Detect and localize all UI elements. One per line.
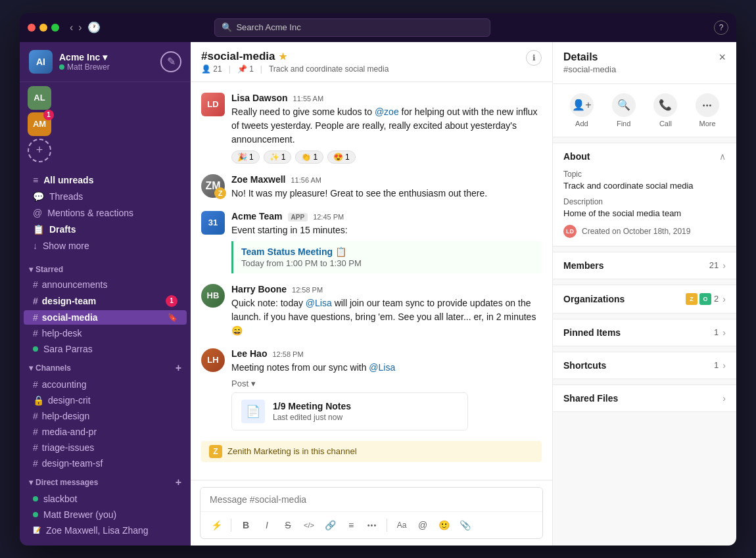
hash-icon: # bbox=[33, 379, 38, 390]
toolbar-emoji-button[interactable]: 🙂 bbox=[435, 516, 453, 534]
channel-item-announcements[interactable]: # announcements bbox=[24, 277, 187, 292]
section-starred[interactable]: ▾ Starred bbox=[20, 260, 191, 277]
channel-item-accounting[interactable]: # accounting bbox=[24, 377, 187, 392]
close-button[interactable] bbox=[28, 24, 35, 32]
sidebar-item-mentions[interactable]: @ Mentions & reactions bbox=[24, 205, 187, 221]
mention-zoe[interactable]: @zoe bbox=[375, 106, 399, 117]
message-lisa: LD Lisa Dawson 11:55 AM Really need to g… bbox=[201, 93, 542, 164]
reaction-party[interactable]: 🎉 1 bbox=[231, 151, 260, 164]
sidebar-item-all-unreads[interactable]: ≡ All unreads bbox=[24, 172, 187, 188]
toolbar-more-button[interactable]: ••• bbox=[363, 516, 381, 534]
hash-icon: # bbox=[33, 296, 38, 306]
reaction-heart-eyes[interactable]: 😍 1 bbox=[327, 151, 356, 164]
dm-item-matt-brewer[interactable]: Matt Brewer (you) bbox=[24, 507, 187, 522]
toolbar-link-button[interactable]: 🔗 bbox=[321, 516, 339, 534]
channel-item-help-desk[interactable]: # help-desk bbox=[24, 326, 187, 340]
toolbar-lightning-button[interactable]: ⚡ bbox=[207, 516, 225, 534]
app-window: ‹ › 🕐 🔍 Search Acme Inc ? AI Acme Inc ▾ bbox=[20, 13, 736, 546]
channel-item-media-and-pr[interactable]: # media-and-pr bbox=[24, 425, 187, 439]
channel-item-design-team[interactable]: # design-team 1 bbox=[24, 293, 187, 309]
post-action[interactable]: Post ▾ bbox=[231, 379, 542, 388]
drafts-icon: 📋 bbox=[33, 224, 44, 235]
sidebar-item-drafts[interactable]: 📋 Drafts bbox=[24, 221, 187, 237]
action-call[interactable]: 📞 Call bbox=[648, 93, 684, 128]
toolbar-mention-button[interactable]: @ bbox=[413, 516, 432, 534]
mention-lisa2[interactable]: @Lisa bbox=[369, 362, 395, 373]
avatar-al[interactable]: AL bbox=[28, 86, 51, 110]
info-button[interactable]: ℹ bbox=[526, 50, 542, 66]
dm-item-sara-parras[interactable]: Sara Parras bbox=[24, 342, 187, 356]
avatar-am[interactable]: AM 1 bbox=[28, 112, 51, 136]
toolbar-bold-button[interactable]: B bbox=[237, 516, 255, 534]
away-status-icon: 📝 bbox=[33, 526, 41, 534]
shared-files-row[interactable]: Shared Files › bbox=[553, 385, 736, 411]
msg-author: Lee Hao bbox=[231, 348, 267, 359]
sidebar-item-show-more[interactable]: ↓ Show more bbox=[24, 238, 187, 254]
shortcuts-row[interactable]: Shortcuts 1 › bbox=[553, 352, 736, 379]
post-card[interactable]: 📄 1/9 Meeting Notes Last edited just now bbox=[231, 392, 468, 430]
details-actions: 👤+ Add 🔍 Find 📞 Call ••• More bbox=[553, 84, 736, 137]
sidebar: AI Acme Inc ▾ Matt Brewer ✎ AL A bbox=[20, 42, 191, 546]
toolbar-attach-button[interactable]: 📎 bbox=[456, 516, 474, 534]
channel-item-triage-issues[interactable]: # triage-issues bbox=[24, 440, 187, 455]
minimize-button[interactable] bbox=[39, 24, 47, 32]
forward-button[interactable]: › bbox=[78, 21, 82, 34]
close-details-button[interactable]: × bbox=[719, 51, 726, 63]
workspace-user: Matt Brewer bbox=[59, 62, 154, 72]
sidebar-item-threads[interactable]: 💬 Threads bbox=[24, 189, 187, 204]
pinned-items-row[interactable]: Pinned Items 1 › bbox=[553, 319, 736, 346]
channel-item-help-design[interactable]: # help-design bbox=[24, 409, 187, 423]
help-button[interactable]: ? bbox=[714, 20, 728, 35]
details-title: Details bbox=[563, 51, 719, 63]
dm-item-zoe-lisa[interactable]: 📝 Zoe Maxwell, Lisa Zhang bbox=[24, 523, 187, 538]
sidebar-extra-avatars: AL AM 1 + bbox=[20, 82, 191, 166]
workspace-header: AI Acme Inc ▾ Matt Brewer ✎ bbox=[20, 42, 191, 82]
hash-icon: # bbox=[33, 442, 38, 453]
section-dm[interactable]: ▾ Direct messages + bbox=[20, 471, 191, 491]
message-input[interactable] bbox=[201, 488, 542, 511]
organizations-section: Organizations Z O 2 › bbox=[553, 285, 736, 314]
channels-chevron: ▾ bbox=[29, 363, 33, 373]
messages-area[interactable]: LD Lisa Dawson 11:55 AM Really need to g… bbox=[191, 82, 552, 480]
about-header[interactable]: About ∧ bbox=[553, 143, 736, 170]
star-icon[interactable]: ★ bbox=[279, 51, 287, 62]
toolbar-strikethrough-button[interactable]: S bbox=[279, 516, 297, 534]
title-bar: ‹ › 🕐 🔍 Search Acme Inc ? bbox=[20, 13, 736, 42]
mentions-icon: @ bbox=[33, 208, 42, 218]
toolbar-list-button[interactable]: ≡ bbox=[342, 516, 360, 534]
dm-item-slackbot[interactable]: slackbot bbox=[24, 492, 187, 506]
action-find[interactable]: 🔍 Find bbox=[605, 93, 642, 128]
reaction-sparkle[interactable]: ✨ 1 bbox=[264, 151, 292, 164]
maximize-button[interactable] bbox=[51, 24, 59, 32]
add-workspace-button[interactable]: + bbox=[28, 139, 51, 162]
details-header: Details #social-media × bbox=[553, 42, 736, 84]
back-button[interactable]: ‹ bbox=[70, 21, 73, 34]
toolbar-font-button[interactable]: Aa bbox=[392, 516, 411, 534]
zenith-banner: Z Zenith Marketing is in this channel bbox=[201, 441, 542, 462]
online-status-dot bbox=[33, 496, 38, 501]
toolbar-separator bbox=[387, 519, 387, 532]
channel-item-design-crit[interactable]: 🔒 design-crit bbox=[24, 393, 187, 407]
section-channels[interactable]: ▾ Channels + bbox=[20, 357, 191, 377]
history-button[interactable]: 🕐 bbox=[87, 21, 101, 34]
zoe-badge: Z bbox=[214, 187, 226, 199]
action-more[interactable]: ••• More bbox=[689, 93, 726, 128]
event-title[interactable]: Team Status Meeting 📋 bbox=[241, 246, 534, 257]
organizations-row[interactable]: Organizations Z O 2 › bbox=[553, 285, 736, 313]
action-add[interactable]: 👤+ Add bbox=[563, 93, 600, 128]
add-channel-button[interactable]: + bbox=[176, 362, 181, 374]
members-row[interactable]: Members 21 › bbox=[553, 252, 736, 279]
toolbar-italic-button[interactable]: I bbox=[258, 516, 276, 534]
channel-item-design-team-sf[interactable]: # design-team-sf bbox=[24, 456, 187, 471]
toolbar-code-button[interactable]: </> bbox=[300, 516, 318, 534]
add-dm-button[interactable]: + bbox=[176, 477, 181, 488]
org-avatar-z: Z bbox=[686, 293, 697, 305]
reaction-clap[interactable]: 👏 1 bbox=[295, 151, 323, 164]
find-icon: 🔍 bbox=[612, 93, 636, 117]
channel-item-social-media[interactable]: # social-media 🔖 bbox=[24, 310, 187, 325]
compose-button[interactable]: ✎ bbox=[160, 51, 181, 72]
search-bar[interactable]: 🔍 Search Acme Inc bbox=[214, 18, 490, 37]
workspace-name[interactable]: Acme Inc ▾ bbox=[59, 52, 154, 62]
chat-area: #social-media ★ 👤 21 | 📌 1 | Track and c… bbox=[191, 42, 552, 546]
mention-lisa[interactable]: @Lisa bbox=[306, 298, 332, 308]
